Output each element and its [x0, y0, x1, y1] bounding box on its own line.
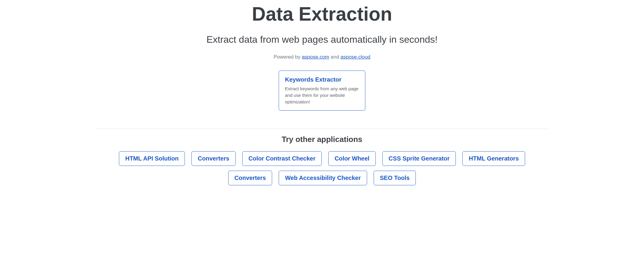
- other-apps-list: HTML API Solution Converters Color Contr…: [95, 151, 549, 191]
- app-chip-seo-tools[interactable]: SEO Tools: [374, 171, 416, 185]
- app-chip-web-accessibility-checker[interactable]: Web Accessibility Checker: [279, 171, 367, 185]
- app-chip-color-wheel[interactable]: Color Wheel: [328, 151, 376, 166]
- powered-link-aspose-cloud[interactable]: aspose.cloud: [341, 54, 370, 60]
- keywords-extractor-card[interactable]: Keywords Extractor Extract keywords from…: [279, 71, 365, 111]
- app-chip-converters-2[interactable]: Converters: [228, 171, 272, 185]
- page-subtitle: Extract data from web pages automaticall…: [95, 34, 549, 45]
- powered-middle: and: [329, 54, 341, 60]
- other-apps-heading: Try other applications: [95, 135, 549, 144]
- app-chip-html-api-solution[interactable]: HTML API Solution: [119, 151, 185, 166]
- app-chip-css-sprite-generator[interactable]: CSS Sprite Generator: [382, 151, 456, 166]
- powered-by-text: Powered by aspose.com and aspose.cloud: [95, 54, 549, 60]
- card-description: Extract keywords from any web page and u…: [285, 85, 359, 105]
- app-chip-html-generators[interactable]: HTML Generators: [462, 151, 525, 166]
- section-divider: [95, 129, 549, 129]
- card-title: Keywords Extractor: [285, 76, 359, 83]
- page-title: Data Extraction: [95, 3, 549, 25]
- app-chip-color-contrast-checker[interactable]: Color Contrast Checker: [242, 151, 322, 166]
- app-chip-converters[interactable]: Converters: [191, 151, 236, 166]
- powered-link-aspose-com[interactable]: aspose.com: [302, 54, 329, 60]
- powered-prefix: Powered by: [274, 54, 302, 60]
